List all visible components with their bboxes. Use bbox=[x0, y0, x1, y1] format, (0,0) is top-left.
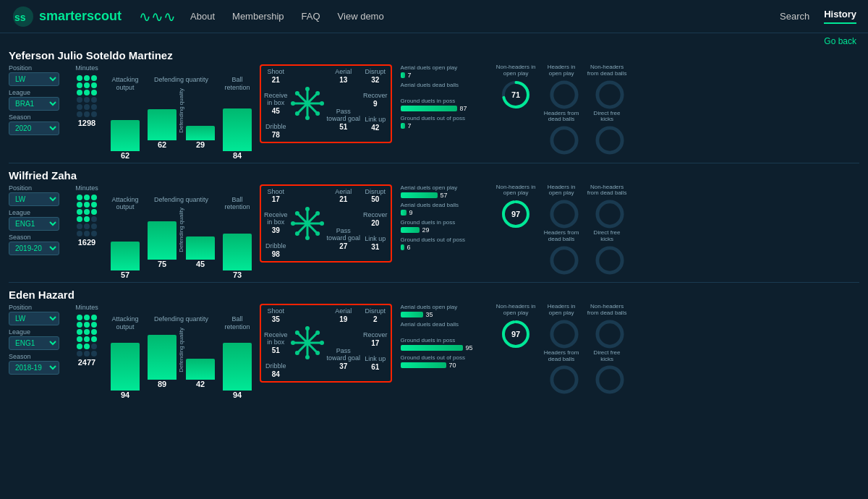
aerial-open-play-row-2: Aerial duels open play 35 bbox=[401, 304, 488, 318]
linkup-value-1: 31 bbox=[371, 243, 379, 251]
player-section-0: Yeferson Julio Soteldo Martinez Position… bbox=[9, 49, 859, 163]
receive-value-1: 39 bbox=[272, 226, 280, 234]
nav-view-demo[interactable]: View demo bbox=[338, 11, 384, 22]
league-select-1[interactable]: ENG1 bbox=[9, 217, 59, 231]
svg-point-28 bbox=[315, 211, 320, 216]
ball-retention-label-1: Ballretention bbox=[224, 196, 250, 212]
season-select-0[interactable]: 2020 bbox=[9, 121, 59, 135]
aerial-label-1: Aerial bbox=[335, 189, 352, 196]
aerial-dead-balls-row-0: Aerial duels dead balls bbox=[401, 82, 488, 95]
non-headers-open-col-1: Non-headers in open play 97 bbox=[496, 184, 536, 231]
ground-duels-poss-row-2: Ground duels in poss 95 bbox=[401, 337, 488, 351]
minutes-value-2: 2477 bbox=[78, 358, 95, 367]
svg-point-5 bbox=[315, 91, 320, 95]
ground-duels-out-val-2: 70 bbox=[449, 362, 456, 369]
defending-quality-label-0: Defending quality bbox=[178, 88, 184, 133]
disrupt-label-2: Disrupt bbox=[365, 308, 386, 315]
svg-point-18 bbox=[305, 101, 310, 106]
svg-point-63 bbox=[294, 330, 299, 335]
attacking-output-value-2: 94 bbox=[121, 391, 129, 399]
svg-point-7 bbox=[320, 101, 324, 106]
logo[interactable]: ss smarterscout bbox=[12, 5, 122, 28]
disrupt-item-1: Disrupt 50 bbox=[363, 189, 388, 204]
season-select-1[interactable]: 2019-20 bbox=[9, 242, 59, 255]
linkup-label-2: Link up bbox=[365, 356, 386, 363]
ground-duels-out-bar-2: 70 bbox=[401, 362, 488, 369]
duels-section-0: Aerial duels open play 7 Aerial duels de… bbox=[401, 64, 488, 129]
league-select-0[interactable]: BRA1 bbox=[9, 97, 59, 111]
svg-point-30 bbox=[320, 221, 324, 226]
main-nav: About Membership FAQ View demo bbox=[190, 11, 780, 22]
league-label-2: League bbox=[9, 328, 67, 336]
spider-left-0: Shoot 21 Receivein box 45 Dribble 78 bbox=[264, 69, 288, 139]
player-controls-1: Position LW League ENG1 Season 2019-20 bbox=[9, 184, 67, 255]
headers-open-col-1: Headers in open play Headers from dead b… bbox=[542, 184, 582, 270]
non-headers-open-label-0: Non-headers in open play bbox=[496, 64, 536, 77]
dribble-item-2: Dribble 84 bbox=[264, 363, 288, 378]
nav-faq[interactable]: FAQ bbox=[302, 11, 320, 22]
aerial-item-2: Aerial 19 bbox=[327, 308, 361, 323]
disrupt-value-1: 50 bbox=[371, 195, 379, 203]
position-select-1[interactable]: LW bbox=[9, 192, 59, 206]
non-headers-open-col-2: Non-headers in open play 97 bbox=[496, 304, 536, 350]
position-label-1: Position bbox=[9, 184, 67, 192]
recover-item-2: Recover 17 bbox=[363, 332, 388, 347]
minutes-label-0: Minutes bbox=[75, 64, 98, 72]
circles-section-1: Non-headers in open play 97 Headers in o… bbox=[496, 184, 627, 270]
go-back-button[interactable]: Go back bbox=[824, 36, 856, 46]
shoot-item-2: Shoot 35 bbox=[264, 308, 288, 323]
pass-goal-label-0: Passtoward goal bbox=[327, 108, 361, 123]
ball-retention-value-1: 73 bbox=[233, 270, 242, 279]
player-name-2: Eden Hazard bbox=[9, 289, 859, 301]
defending-quantity-label-0: Defending quantity bbox=[154, 76, 208, 84]
logo-text: smarterscout bbox=[39, 9, 122, 24]
aerial-open-play-bar-2: 35 bbox=[401, 311, 488, 318]
aerial-open-play-label-0: Aerial duels open play bbox=[401, 64, 488, 71]
season-select-2[interactable]: 2018-19 bbox=[9, 361, 59, 375]
player-section-2: Eden Hazard Position LW League ENG1 S bbox=[9, 289, 859, 399]
linkup-value-0: 42 bbox=[371, 124, 379, 132]
recover-item-1: Recover 20 bbox=[363, 212, 388, 227]
position-select-2[interactable]: LW bbox=[9, 312, 59, 325]
nav-membership[interactable]: Membership bbox=[232, 11, 284, 22]
pass-goal-item-1: Passtoward goal 27 bbox=[327, 228, 361, 250]
player-row-0: Position LW League BRA1 Season 2020 bbox=[9, 64, 859, 160]
headers-dead-label-1: Headers from dead balls bbox=[542, 230, 582, 243]
season-group-0: Season 2020 bbox=[9, 114, 67, 135]
aerial-open-play-val-2: 35 bbox=[426, 311, 433, 318]
player-name-0: Yeferson Julio Soteldo Martinez bbox=[9, 49, 859, 61]
receive-value-2: 51 bbox=[272, 346, 280, 354]
position-group-0: Position LW bbox=[9, 64, 67, 86]
player-controls-0: Position LW League BRA1 Season 2020 bbox=[9, 64, 67, 135]
ground-duels-poss-bar-0: 87 bbox=[401, 105, 488, 112]
ground-duels-poss-val-0: 87 bbox=[460, 105, 467, 112]
league-select-2[interactable]: ENG1 bbox=[9, 336, 59, 350]
ball-retention-value-2: 94 bbox=[233, 391, 242, 399]
season-label-1: Season bbox=[9, 234, 67, 241]
svg-point-61 bbox=[291, 341, 295, 345]
svg-point-40 bbox=[294, 211, 299, 216]
svg-point-24 bbox=[597, 128, 622, 153]
duels-section-2: Aerial duels open play 35 Aerial duels d… bbox=[401, 304, 488, 369]
svg-point-11 bbox=[305, 116, 310, 120]
dribble-label-1: Dribble bbox=[265, 243, 286, 250]
nav-history[interactable]: History bbox=[824, 9, 856, 24]
go-back-bar: Go back bbox=[0, 33, 868, 49]
position-select-0[interactable]: LW bbox=[9, 72, 59, 86]
player-row-1: Position LW League ENG1 Season 2019-20 bbox=[9, 184, 859, 280]
player-controls-2: Position LW League ENG1 Season 2018-19 bbox=[9, 304, 67, 375]
spider-section-2: Shoot 35 Receivein box 51 Dribble 84 bbox=[260, 304, 392, 383]
league-group-1: League ENG1 bbox=[9, 209, 67, 231]
receive-label-0: Receivein box bbox=[264, 93, 288, 107]
nav-about[interactable]: About bbox=[190, 11, 215, 22]
ground-duels-out-label-0: Ground duels out of poss bbox=[401, 115, 488, 121]
svg-point-68 bbox=[552, 367, 576, 392]
ground-duels-out-bar-1: 6 bbox=[401, 244, 488, 251]
attacking-output-value-1: 57 bbox=[121, 270, 129, 279]
defending-col-2: Defending quantity 89 Defending quality bbox=[148, 315, 215, 388]
non-headers-open-col-0: Non-headers in open play 71 bbox=[496, 64, 536, 111]
nav-search[interactable]: Search bbox=[780, 11, 809, 22]
ground-duels-poss-bar-2: 95 bbox=[401, 344, 488, 351]
header-right: Search History bbox=[780, 9, 856, 24]
svg-point-23 bbox=[597, 82, 622, 106]
